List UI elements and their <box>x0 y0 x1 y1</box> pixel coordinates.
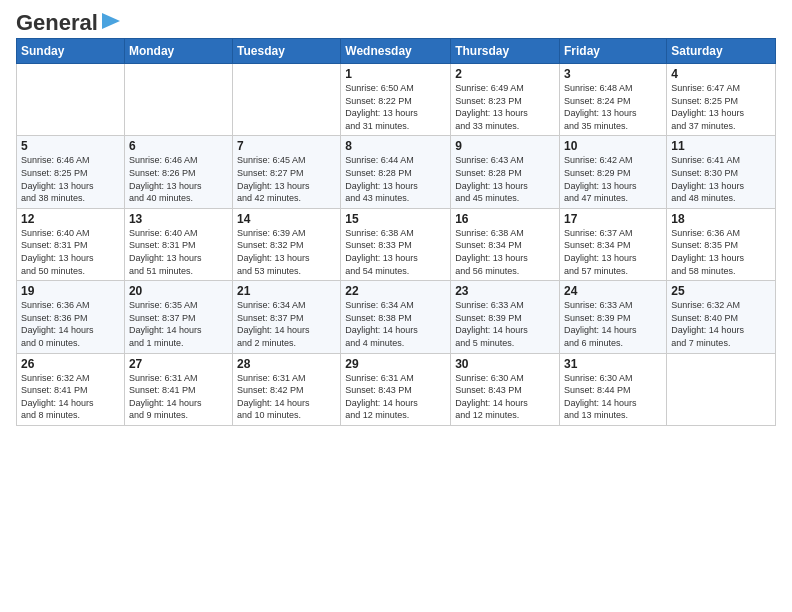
calendar-cell: 20Sunrise: 6:35 AM Sunset: 8:37 PM Dayli… <box>124 281 232 353</box>
day-number: 27 <box>129 357 228 371</box>
calendar-header-row: SundayMondayTuesdayWednesdayThursdayFrid… <box>17 39 776 64</box>
day-number: 23 <box>455 284 555 298</box>
day-number: 19 <box>21 284 120 298</box>
day-number: 21 <box>237 284 336 298</box>
day-info: Sunrise: 6:33 AM Sunset: 8:39 PM Dayligh… <box>564 299 662 349</box>
day-number: 28 <box>237 357 336 371</box>
calendar-cell: 23Sunrise: 6:33 AM Sunset: 8:39 PM Dayli… <box>451 281 560 353</box>
day-info: Sunrise: 6:34 AM Sunset: 8:38 PM Dayligh… <box>345 299 446 349</box>
calendar-cell: 17Sunrise: 6:37 AM Sunset: 8:34 PM Dayli… <box>560 208 667 280</box>
day-number: 31 <box>564 357 662 371</box>
calendar-cell: 13Sunrise: 6:40 AM Sunset: 8:31 PM Dayli… <box>124 208 232 280</box>
day-info: Sunrise: 6:36 AM Sunset: 8:36 PM Dayligh… <box>21 299 120 349</box>
day-info: Sunrise: 6:32 AM Sunset: 8:40 PM Dayligh… <box>671 299 771 349</box>
calendar-cell: 25Sunrise: 6:32 AM Sunset: 8:40 PM Dayli… <box>667 281 776 353</box>
calendar-week-row: 5Sunrise: 6:46 AM Sunset: 8:25 PM Daylig… <box>17 136 776 208</box>
calendar-cell: 3Sunrise: 6:48 AM Sunset: 8:24 PM Daylig… <box>560 64 667 136</box>
day-number: 5 <box>21 139 120 153</box>
col-header-wednesday: Wednesday <box>341 39 451 64</box>
calendar-cell: 2Sunrise: 6:49 AM Sunset: 8:23 PM Daylig… <box>451 64 560 136</box>
day-number: 11 <box>671 139 771 153</box>
day-number: 24 <box>564 284 662 298</box>
calendar-cell: 1Sunrise: 6:50 AM Sunset: 8:22 PM Daylig… <box>341 64 451 136</box>
day-info: Sunrise: 6:31 AM Sunset: 8:41 PM Dayligh… <box>129 372 228 422</box>
day-info: Sunrise: 6:30 AM Sunset: 8:44 PM Dayligh… <box>564 372 662 422</box>
day-info: Sunrise: 6:40 AM Sunset: 8:31 PM Dayligh… <box>21 227 120 277</box>
page: General SundayMondayTuesdayWednesdayThur… <box>0 0 792 436</box>
calendar-cell: 10Sunrise: 6:42 AM Sunset: 8:29 PM Dayli… <box>560 136 667 208</box>
calendar-cell: 15Sunrise: 6:38 AM Sunset: 8:33 PM Dayli… <box>341 208 451 280</box>
col-header-sunday: Sunday <box>17 39 125 64</box>
day-info: Sunrise: 6:40 AM Sunset: 8:31 PM Dayligh… <box>129 227 228 277</box>
day-info: Sunrise: 6:50 AM Sunset: 8:22 PM Dayligh… <box>345 82 446 132</box>
day-info: Sunrise: 6:32 AM Sunset: 8:41 PM Dayligh… <box>21 372 120 422</box>
calendar-cell: 16Sunrise: 6:38 AM Sunset: 8:34 PM Dayli… <box>451 208 560 280</box>
calendar-cell <box>17 64 125 136</box>
day-number: 22 <box>345 284 446 298</box>
day-number: 3 <box>564 67 662 81</box>
calendar-cell: 19Sunrise: 6:36 AM Sunset: 8:36 PM Dayli… <box>17 281 125 353</box>
day-number: 14 <box>237 212 336 226</box>
calendar-cell <box>124 64 232 136</box>
day-info: Sunrise: 6:48 AM Sunset: 8:24 PM Dayligh… <box>564 82 662 132</box>
calendar-week-row: 12Sunrise: 6:40 AM Sunset: 8:31 PM Dayli… <box>17 208 776 280</box>
calendar-cell: 4Sunrise: 6:47 AM Sunset: 8:25 PM Daylig… <box>667 64 776 136</box>
calendar-week-row: 19Sunrise: 6:36 AM Sunset: 8:36 PM Dayli… <box>17 281 776 353</box>
day-number: 16 <box>455 212 555 226</box>
day-number: 10 <box>564 139 662 153</box>
calendar-table: SundayMondayTuesdayWednesdayThursdayFrid… <box>16 38 776 426</box>
day-info: Sunrise: 6:46 AM Sunset: 8:25 PM Dayligh… <box>21 154 120 204</box>
calendar-cell: 9Sunrise: 6:43 AM Sunset: 8:28 PM Daylig… <box>451 136 560 208</box>
day-info: Sunrise: 6:42 AM Sunset: 8:29 PM Dayligh… <box>564 154 662 204</box>
day-info: Sunrise: 6:39 AM Sunset: 8:32 PM Dayligh… <box>237 227 336 277</box>
calendar-cell: 22Sunrise: 6:34 AM Sunset: 8:38 PM Dayli… <box>341 281 451 353</box>
calendar-cell: 27Sunrise: 6:31 AM Sunset: 8:41 PM Dayli… <box>124 353 232 425</box>
day-number: 4 <box>671 67 771 81</box>
calendar-cell: 8Sunrise: 6:44 AM Sunset: 8:28 PM Daylig… <box>341 136 451 208</box>
day-number: 7 <box>237 139 336 153</box>
day-info: Sunrise: 6:30 AM Sunset: 8:43 PM Dayligh… <box>455 372 555 422</box>
logo-general: General <box>16 10 98 36</box>
calendar-cell <box>667 353 776 425</box>
day-number: 1 <box>345 67 446 81</box>
day-info: Sunrise: 6:31 AM Sunset: 8:43 PM Dayligh… <box>345 372 446 422</box>
day-number: 9 <box>455 139 555 153</box>
calendar-cell: 29Sunrise: 6:31 AM Sunset: 8:43 PM Dayli… <box>341 353 451 425</box>
day-number: 12 <box>21 212 120 226</box>
day-number: 13 <box>129 212 228 226</box>
day-number: 15 <box>345 212 446 226</box>
day-info: Sunrise: 6:46 AM Sunset: 8:26 PM Dayligh… <box>129 154 228 204</box>
day-info: Sunrise: 6:49 AM Sunset: 8:23 PM Dayligh… <box>455 82 555 132</box>
day-info: Sunrise: 6:43 AM Sunset: 8:28 PM Dayligh… <box>455 154 555 204</box>
col-header-saturday: Saturday <box>667 39 776 64</box>
day-info: Sunrise: 6:37 AM Sunset: 8:34 PM Dayligh… <box>564 227 662 277</box>
col-header-friday: Friday <box>560 39 667 64</box>
calendar-cell: 26Sunrise: 6:32 AM Sunset: 8:41 PM Dayli… <box>17 353 125 425</box>
day-info: Sunrise: 6:35 AM Sunset: 8:37 PM Dayligh… <box>129 299 228 349</box>
col-header-monday: Monday <box>124 39 232 64</box>
calendar-cell: 11Sunrise: 6:41 AM Sunset: 8:30 PM Dayli… <box>667 136 776 208</box>
day-number: 18 <box>671 212 771 226</box>
calendar-cell: 30Sunrise: 6:30 AM Sunset: 8:43 PM Dayli… <box>451 353 560 425</box>
day-number: 8 <box>345 139 446 153</box>
day-info: Sunrise: 6:33 AM Sunset: 8:39 PM Dayligh… <box>455 299 555 349</box>
calendar-cell: 7Sunrise: 6:45 AM Sunset: 8:27 PM Daylig… <box>233 136 341 208</box>
day-info: Sunrise: 6:47 AM Sunset: 8:25 PM Dayligh… <box>671 82 771 132</box>
calendar-cell: 6Sunrise: 6:46 AM Sunset: 8:26 PM Daylig… <box>124 136 232 208</box>
col-header-tuesday: Tuesday <box>233 39 341 64</box>
day-info: Sunrise: 6:41 AM Sunset: 8:30 PM Dayligh… <box>671 154 771 204</box>
calendar-cell: 31Sunrise: 6:30 AM Sunset: 8:44 PM Dayli… <box>560 353 667 425</box>
header: General <box>16 10 776 30</box>
logo-arrow-icon <box>100 11 122 31</box>
day-number: 20 <box>129 284 228 298</box>
day-number: 6 <box>129 139 228 153</box>
calendar-cell: 14Sunrise: 6:39 AM Sunset: 8:32 PM Dayli… <box>233 208 341 280</box>
calendar-cell: 28Sunrise: 6:31 AM Sunset: 8:42 PM Dayli… <box>233 353 341 425</box>
day-number: 25 <box>671 284 771 298</box>
calendar-cell: 5Sunrise: 6:46 AM Sunset: 8:25 PM Daylig… <box>17 136 125 208</box>
day-info: Sunrise: 6:38 AM Sunset: 8:34 PM Dayligh… <box>455 227 555 277</box>
calendar-cell <box>233 64 341 136</box>
day-number: 30 <box>455 357 555 371</box>
calendar-cell: 12Sunrise: 6:40 AM Sunset: 8:31 PM Dayli… <box>17 208 125 280</box>
day-info: Sunrise: 6:44 AM Sunset: 8:28 PM Dayligh… <box>345 154 446 204</box>
